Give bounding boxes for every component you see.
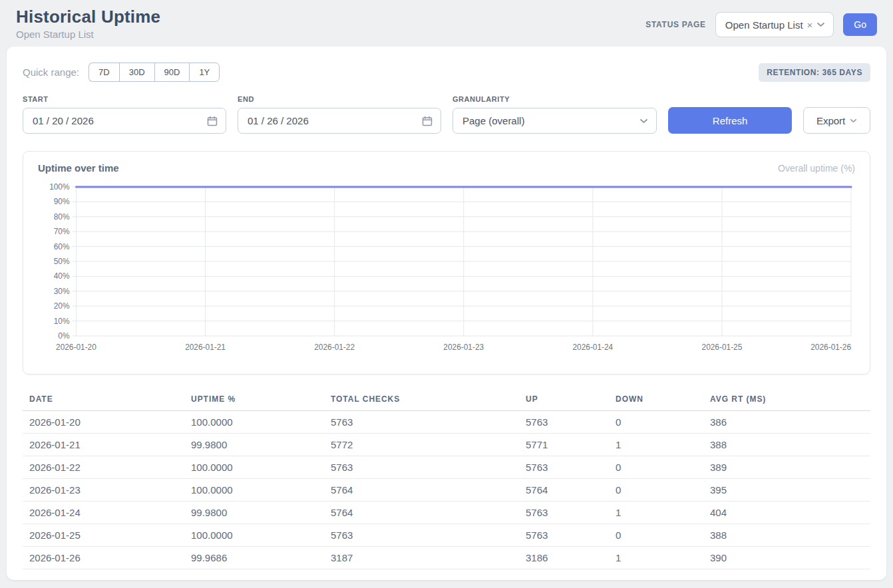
- quick-range-button-7d[interactable]: 7D: [89, 63, 119, 82]
- table-cell: 2026-01-22: [23, 456, 184, 479]
- table-cell: 5763: [519, 456, 609, 479]
- svg-text:10%: 10%: [54, 317, 70, 326]
- quick-range-label: Quick range:: [23, 67, 79, 78]
- table-cell: 2026-01-25: [23, 524, 184, 547]
- svg-text:40%: 40%: [54, 271, 70, 281]
- column-header: DATE: [23, 390, 184, 411]
- table-cell: 100.0000: [184, 411, 324, 434]
- svg-text:2026-01-22: 2026-01-22: [314, 343, 355, 352]
- table-cell: 3186: [519, 547, 609, 569]
- table-cell: 5764: [324, 502, 519, 524]
- table-cell: 386: [703, 411, 870, 434]
- table-cell: 5771: [519, 434, 609, 456]
- quick-range-button-30d[interactable]: 30D: [119, 63, 154, 82]
- column-header: UP: [519, 390, 609, 411]
- granularity-label: GRANULARITY: [452, 95, 657, 103]
- table-row: 2026-01-2499.9800576457631404: [23, 502, 870, 524]
- chevron-down-icon: [639, 118, 648, 124]
- table-cell: 404: [703, 502, 870, 524]
- table-cell: 2026-01-23: [23, 479, 184, 502]
- calendar-icon[interactable]: [422, 116, 433, 126]
- svg-text:80%: 80%: [54, 212, 70, 221]
- table-cell: 5763: [519, 524, 609, 547]
- svg-text:2026-01-24: 2026-01-24: [572, 343, 613, 352]
- quick-range-button-90d[interactable]: 90D: [154, 63, 190, 82]
- svg-text:2026-01-21: 2026-01-21: [185, 343, 226, 352]
- table-cell: 390: [703, 547, 870, 569]
- end-date-input[interactable]: 01 / 26 / 2026: [238, 108, 441, 134]
- column-header: AVG RT (MS): [703, 390, 870, 411]
- table-cell: 395: [703, 479, 870, 502]
- title-block: Historical Uptime Open Startup List: [16, 7, 160, 40]
- table-row: 2026-01-25100.0000576357630388: [23, 524, 870, 547]
- svg-text:50%: 50%: [54, 257, 70, 266]
- table-cell: 5764: [324, 479, 519, 502]
- table-cell: 1: [609, 502, 703, 524]
- table-cell: 99.9800: [184, 502, 324, 524]
- start-date-input[interactable]: 01 / 20 / 2026: [23, 108, 226, 134]
- svg-text:2026-01-26: 2026-01-26: [810, 343, 851, 352]
- table-cell: 100.0000: [184, 456, 324, 479]
- table-cell: 388: [703, 524, 870, 547]
- svg-text:20%: 20%: [54, 301, 70, 311]
- svg-text:100%: 100%: [49, 182, 70, 192]
- table-cell: 5763: [519, 502, 609, 524]
- table-cell: 3187: [324, 547, 519, 569]
- table-cell: 389: [703, 456, 870, 479]
- start-date-label: START: [23, 95, 226, 103]
- end-date-value: 01 / 26 / 2026: [248, 115, 309, 126]
- svg-text:60%: 60%: [54, 242, 70, 251]
- start-date-value: 01 / 20 / 2026: [33, 115, 94, 126]
- refresh-button[interactable]: Refresh: [668, 107, 792, 134]
- status-page-label: STATUS PAGE: [645, 20, 706, 29]
- end-date-label: END: [238, 95, 441, 103]
- clear-icon[interactable]: ×: [807, 20, 813, 30]
- main-card: Quick range: 7D30D90D1Y RETENTION: 365 D…: [7, 47, 886, 580]
- table-cell: 5763: [519, 411, 609, 434]
- table-cell: 99.9686: [184, 547, 324, 569]
- svg-text:0%: 0%: [58, 331, 70, 341]
- status-page-controls: STATUS PAGE Open Startup List × Go: [645, 12, 877, 37]
- chevron-down-icon: [816, 22, 825, 27]
- start-date-field-group: START 01 / 20 / 2026: [23, 95, 226, 134]
- table-cell: 5772: [324, 434, 519, 456]
- granularity-selected-value: Page (overall): [462, 115, 524, 126]
- svg-text:30%: 30%: [54, 287, 70, 296]
- column-header: UPTIME %: [184, 390, 324, 411]
- export-button[interactable]: Export: [803, 107, 870, 134]
- quick-range-button-1y[interactable]: 1Y: [189, 63, 220, 82]
- chart-legend: Overall uptime (%): [778, 163, 855, 174]
- granularity-select[interactable]: Page (overall): [452, 108, 657, 134]
- chart-canvas: 0%10%20%30%40%50%60%70%80%90%100%2026-01…: [38, 179, 855, 356]
- table-cell: 2026-01-20: [23, 411, 184, 434]
- table-cell: 388: [703, 434, 870, 456]
- table-cell: 2026-01-24: [23, 502, 184, 524]
- go-button[interactable]: Go: [843, 13, 877, 36]
- svg-text:2026-01-25: 2026-01-25: [702, 343, 743, 352]
- table-cell: 100.0000: [184, 524, 324, 547]
- table-cell: 0: [609, 411, 703, 434]
- export-button-label: Export: [816, 115, 845, 126]
- table-cell: 100.0000: [184, 479, 324, 502]
- table-cell: 2026-01-26: [23, 547, 184, 569]
- table-cell: 1: [609, 434, 703, 456]
- uptime-chart-card: Uptime over time Overall uptime (%) 0%10…: [23, 151, 870, 374]
- table-header: DATEUPTIME %TOTAL CHECKSUPDOWNAVG RT (MS…: [23, 390, 870, 411]
- status-page-select[interactable]: Open Startup List ×: [715, 12, 834, 37]
- table-cell: 5763: [324, 524, 519, 547]
- column-header: TOTAL CHECKS: [324, 390, 519, 411]
- table-cell: 0: [609, 456, 703, 479]
- table-cell: 5764: [519, 479, 609, 502]
- table-row: 2026-01-20100.0000576357630386: [23, 411, 870, 434]
- status-page-selected-value: Open Startup List: [725, 19, 803, 31]
- table-cell: 5763: [324, 456, 519, 479]
- calendar-icon[interactable]: [207, 116, 218, 126]
- page-title: Historical Uptime: [16, 7, 160, 27]
- table-cell: 0: [609, 524, 703, 547]
- table-cell: 5763: [324, 411, 519, 434]
- svg-text:90%: 90%: [54, 197, 70, 206]
- end-date-field-group: END 01 / 26 / 2026: [238, 95, 441, 134]
- filters-row: START 01 / 20 / 2026 END 01 / 26 / 2026 …: [23, 95, 870, 134]
- quick-range-button-group: 7D30D90D1Y: [89, 63, 220, 82]
- quick-range-row: Quick range: 7D30D90D1Y RETENTION: 365 D…: [23, 63, 870, 82]
